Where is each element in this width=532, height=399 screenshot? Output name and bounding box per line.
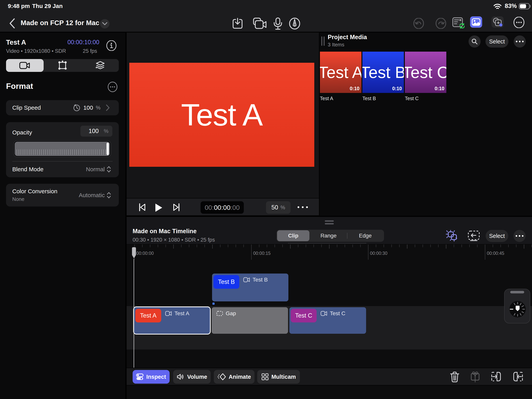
split-clip-icon[interactable] (470, 372, 481, 383)
color-conversion-value: Automatic (79, 192, 105, 199)
opacity-value-field[interactable]: 100 % (80, 126, 112, 137)
clip-connection-dot (212, 302, 215, 305)
jog-wheel-widget[interactable] (504, 289, 530, 323)
inspector-clip-title: Test A (6, 38, 26, 46)
more-button[interactable] (513, 17, 525, 28)
clip-thumbnail-badge: Test A (135, 309, 161, 322)
timeline-drag-handle[interactable] (325, 223, 334, 225)
mode-edge[interactable]: Edge (347, 230, 383, 241)
project-media-panel: Project Media 3 Items Select Test A 0:10… (320, 32, 532, 216)
video-frame[interactable]: Test A (129, 63, 314, 167)
overwrite-frame-icon[interactable] (468, 231, 480, 241)
tab-transform[interactable] (44, 59, 81, 72)
wifi-icon (494, 4, 502, 10)
delete-icon[interactable] (450, 372, 460, 382)
clip-name: Gap (226, 310, 236, 317)
jog-dial[interactable] (509, 301, 526, 318)
slider-handle[interactable] (107, 143, 109, 155)
media-item-label: Test C (405, 96, 419, 101)
media-item-label: Test A (320, 96, 333, 101)
insert-left-icon[interactable] (513, 372, 523, 382)
opacity-unit: % (104, 128, 108, 134)
import-icon[interactable] (233, 18, 243, 29)
viewer-zoom-field[interactable]: 50 % (266, 201, 291, 214)
animate-label: Animate (229, 374, 251, 380)
timeline-clip[interactable]: Test B Test B (212, 274, 288, 301)
viewer-more-button[interactable] (298, 206, 308, 208)
effects-button[interactable] (492, 16, 504, 28)
redo-icon[interactable] (435, 18, 446, 29)
ruler-label: 00:00:15 (253, 251, 271, 256)
sync-project-icon[interactable] (452, 17, 466, 29)
info-button[interactable] (106, 40, 117, 51)
camera-icon (321, 311, 327, 316)
media-search-button[interactable] (469, 35, 481, 48)
clip-name: Test B (253, 277, 268, 283)
video-overlay-text: Test A (181, 97, 262, 133)
record-camera-icon[interactable] (252, 18, 267, 29)
timeline-select-button[interactable]: Select (486, 230, 508, 242)
tab-video[interactable] (6, 59, 44, 72)
clip-speed-value: 100 (83, 104, 93, 111)
draw-icon[interactable] (289, 18, 301, 30)
blend-mode-row[interactable]: Blend Mode Normal (6, 161, 119, 177)
timeline-clip[interactable]: Test A Test A (134, 307, 210, 334)
color-conversion-row[interactable]: Color Conversion None Automatic (6, 184, 119, 206)
jog-grip[interactable] (510, 291, 524, 293)
animate-icon (217, 373, 226, 381)
tab-effects-layers[interactable] (81, 59, 119, 72)
timeline-dock: Inspect Volume Animate Multic (127, 368, 532, 386)
connect-clips-icon[interactable] (446, 230, 458, 242)
timeline-clip[interactable]: Gap (212, 307, 288, 334)
back-button[interactable] (9, 18, 16, 29)
camera-icon (243, 277, 250, 282)
mode-clip[interactable]: Clip (277, 230, 310, 241)
media-item[interactable]: Test A 0:10 (320, 52, 361, 93)
clip-name: Test A (174, 310, 189, 317)
playhead-line[interactable] (133, 258, 134, 368)
timeline-title: Made on Mac Timeline (133, 228, 196, 235)
status-time: 9:48 pm (8, 3, 30, 9)
animate-button[interactable]: Animate (214, 370, 254, 384)
media-item[interactable]: Test C 0:10 (405, 52, 446, 93)
media-browser-button[interactable] (470, 16, 482, 28)
insert-right-icon[interactable] (491, 372, 502, 382)
playhead-handle[interactable] (131, 246, 137, 259)
panel-drag-handle[interactable] (321, 36, 322, 46)
chevron-right-icon (106, 104, 110, 111)
format-options-button[interactable] (107, 82, 118, 92)
color-conversion-sub: None (12, 196, 57, 202)
media-item[interactable]: Test B 0:10 (362, 52, 404, 93)
ruler-label: 00:00:45 (487, 251, 504, 256)
timeline-drag-handle[interactable] (325, 220, 334, 222)
updown-chevrons-icon (107, 192, 111, 199)
timeline-ruler[interactable]: 00:00:0000:00:1500:00:3000:00:45 (127, 245, 532, 260)
tc-minutes: 00 (214, 204, 221, 211)
timeline-clip[interactable]: Test C Test C (289, 307, 366, 334)
current-timecode[interactable]: 00:00:00:00 (201, 201, 244, 214)
tc-seconds: 00 (223, 204, 231, 211)
inspector-panel: Test A 00:00:10:00 Video • 1920x1080 • S… (0, 32, 126, 399)
media-more-button[interactable] (514, 35, 526, 48)
gap-icon (216, 311, 223, 316)
skip-back-button[interactable] (139, 203, 146, 212)
multicam-button[interactable]: Multicam (257, 370, 300, 384)
undo-icon[interactable] (413, 18, 424, 29)
mode-range[interactable]: Range (310, 230, 347, 241)
multicam-icon (261, 373, 269, 380)
timeline-more-button[interactable] (513, 230, 526, 242)
inspector-duration[interactable]: 00:00:10:00 (55, 39, 99, 46)
project-menu-button[interactable] (100, 19, 109, 28)
microphone-icon[interactable] (273, 18, 282, 30)
play-button[interactable] (155, 203, 163, 212)
inspect-button[interactable]: Inspect (133, 370, 170, 384)
color-conversion-label: Color Conversion (12, 188, 57, 195)
clip-speed-row[interactable]: Clip Speed 100 % (6, 100, 119, 115)
blend-mode-label: Blend Mode (12, 166, 44, 173)
volume-button[interactable]: Volume (173, 370, 211, 384)
panel-drag-handle[interactable] (324, 36, 325, 46)
media-item-text: Test A (320, 63, 361, 82)
skip-forward-button[interactable] (173, 203, 180, 212)
opacity-slider[interactable] (14, 141, 111, 157)
media-select-button[interactable]: Select (485, 35, 508, 48)
